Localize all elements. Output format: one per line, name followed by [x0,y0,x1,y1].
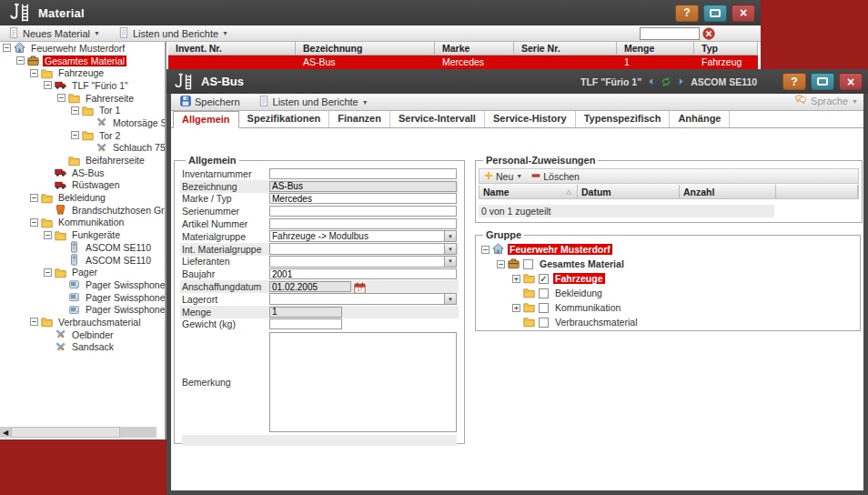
tab-anh-nge[interactable]: Anhänge [670,111,730,127]
select-lagerort[interactable]: ▼ [269,293,457,305]
help-button[interactable]: ? [675,5,699,22]
tree-item-beifahrerseite[interactable]: −Beifahrerseite [0,154,165,167]
lists-reports-button[interactable]: Listen und Berichte ▼ [113,26,234,41]
collapse-icon[interactable]: − [481,246,490,254]
tree-item-feuerwehr-musterdorf[interactable]: −Feuerwehr Musterdorf [0,42,165,55]
save-button[interactable]: Speichern [175,95,246,109]
gruppe-item-bekleidung[interactable]: −Bekleidung [478,286,858,300]
calendar-icon[interactable]: 17 [354,281,366,293]
group-checkbox[interactable] [539,318,549,328]
column-header-bezeichnung[interactable]: Bezeichnung [296,42,435,55]
personal-column-anzahl[interactable]: Anzahl [680,185,776,198]
collapse-icon[interactable]: − [44,231,52,239]
collapse-icon[interactable]: − [57,94,66,102]
tree-item-ascom-se110[interactable]: −ASCOM SE110 [0,241,165,254]
tree-item-ascom-se110[interactable]: −ASCOM SE110 [0,254,165,267]
scrollbar-thumb[interactable] [11,427,120,438]
gruppe-item-gesamtes-material[interactable]: −Gesamtes Material [478,257,858,271]
close-button[interactable]: × [732,5,755,22]
tab-service-intervall[interactable]: Service-Intervall [390,111,485,127]
dialog-help-button[interactable]: ? [782,73,806,90]
tree-horizontal-scrollbar[interactable]: ◀ [0,427,156,438]
input-baujahr[interactable] [269,268,457,279]
gruppe-item-feuerwehr-musterdorf[interactable]: −Feuerwehr Musterdorf [478,242,858,257]
select-lieferanten[interactable]: ▼ [269,256,457,268]
expand-icon[interactable]: + [512,304,520,312]
remark-textarea[interactable] [269,332,457,432]
tree-item-verbrauchsmaterial[interactable]: −Verbrauchsmaterial [0,316,165,328]
tree-item-gesamtes-material[interactable]: −Gesamtes Material [0,55,165,67]
collapse-icon[interactable]: − [30,69,38,77]
new-material-button[interactable]: Neues Material ▼ [3,26,106,41]
collapse-icon[interactable]: − [3,44,11,52]
language-button[interactable]: Sprache ▼ [794,95,858,107]
collapse-icon[interactable]: − [44,81,52,89]
collapse-icon[interactable]: − [16,56,25,65]
gruppe-item-fahrzeuge[interactable]: +✓Fahrzeuge [478,271,858,286]
collapse-icon[interactable]: − [44,268,52,277]
tab-allgemein[interactable]: Allgemein [173,111,239,128]
personal-delete-button[interactable]: Löschen [531,171,580,182]
tree-item-tor-1[interactable]: −Tor 1 [0,104,165,116]
tree-item-kommunikation[interactable]: −Kommunikation [0,217,165,229]
maximize-button[interactable] [703,5,727,22]
tab-service-history[interactable]: Service-History [485,111,576,127]
collapse-icon[interactable]: − [30,318,38,326]
input-gewicht-kg-[interactable] [269,318,342,329]
input-serienummer[interactable] [269,206,457,217]
chevron-down-icon[interactable]: ▼ [444,231,456,241]
input-menge[interactable] [269,307,342,318]
tree-item-schlauch-75mm[interactable]: −Schlauch 75mm [0,142,165,155]
tree-item-r-stwagen[interactable]: −Rüstwagen [0,179,165,192]
select-materialgruppe[interactable]: Fahrzeuge -> Modulbus▼ [269,230,457,242]
collapse-icon[interactable]: − [497,260,505,268]
tree-item-funkger-te[interactable]: −Funkgeräte [0,228,165,241]
input-bezeichnung[interactable] [269,181,457,192]
personal-column-empty[interactable] [776,185,858,198]
dialog-maximize-button[interactable] [811,73,834,90]
next-arrow-icon[interactable] [677,77,685,86]
tree-item-pager-swissphone[interactable]: −Pager Swissphone [0,303,165,316]
search-input[interactable] [640,27,700,40]
tree-item-fahrzeuge[interactable]: −Fahrzeuge [0,66,165,79]
personal-column-datum[interactable]: Datum [578,185,680,198]
column-header-marke[interactable]: Marke [435,42,514,55]
tree-item-as-bus[interactable]: −AS-Bus [0,167,165,179]
tab-spezifikationen[interactable]: Spezifikationen [239,111,330,127]
gruppe-item-verbrauchsmaterial[interactable]: −Verbrauchsmaterial [478,315,858,329]
personal-column-name[interactable]: Name△ [479,185,578,198]
dialog-close-button[interactable]: × [839,73,863,90]
tree-item-oelbinder[interactable]: −Oelbinder [0,328,165,341]
scroll-left-icon[interactable]: ◀ [0,427,11,438]
tree-item-brandschutzhosen-gr-54[interactable]: −Brandschutzhosen Gr. 54 [0,204,165,217]
tab-finanzen[interactable]: Finanzen [329,111,390,127]
tree-item-bekleidung[interactable]: −Bekleidung [0,191,165,204]
expand-icon[interactable]: + [512,275,520,283]
input-anschaffungdatum[interactable] [269,281,351,292]
chevron-down-icon[interactable]: ▼ [444,244,456,254]
select-int-materialgruppe[interactable]: ▼ [269,243,457,255]
column-header-invent-nr-[interactable]: Invent. Nr. [168,42,296,55]
chevron-down-icon[interactable]: ▼ [444,294,456,304]
collapse-icon[interactable]: − [71,106,79,115]
input-artikel-nummer[interactable] [269,218,457,229]
tree-item-tor-2[interactable]: −Tor 2 [0,129,165,142]
personal-new-button[interactable]: Neu ▼ [484,171,522,182]
refresh-icon[interactable] [661,76,671,87]
group-checkbox[interactable]: ✓ [539,274,549,284]
tab-typenspezifisch[interactable]: Typenspezifisch [576,111,671,127]
column-header-typ[interactable]: Typ [694,42,758,55]
group-checkbox[interactable] [523,259,533,269]
tree-item-pager-swissphone[interactable]: −Pager Swissphone [0,291,165,304]
column-header-menge[interactable]: Menge [617,42,694,55]
collapse-icon[interactable]: − [71,131,79,139]
collapse-icon[interactable]: − [30,218,38,227]
group-checkbox[interactable] [539,303,549,313]
input-marke-typ[interactable] [269,193,457,204]
clear-search-icon[interactable] [702,27,715,40]
group-checkbox[interactable] [539,288,549,298]
input-inventarnummer[interactable] [269,168,457,179]
tree-item-pager-swissphone[interactable]: −Pager Swissphone [0,278,165,291]
tree-item-fahrerseite[interactable]: −Fahrerseite [0,92,165,105]
chevron-down-icon[interactable]: ▼ [444,257,456,267]
